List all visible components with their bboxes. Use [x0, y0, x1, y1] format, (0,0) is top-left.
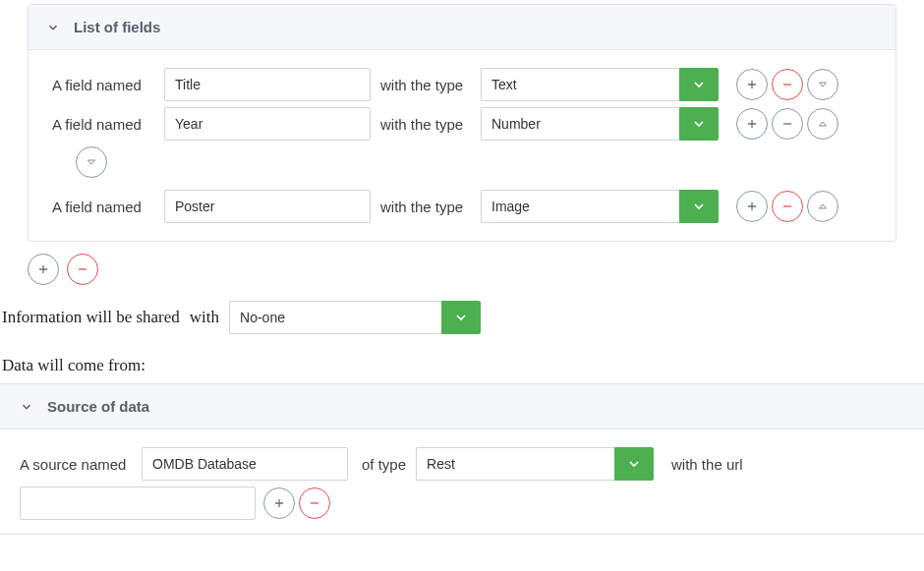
remove-field-button[interactable]	[772, 69, 803, 100]
source-named-label: A source named	[20, 456, 142, 473]
chevron-down-icon	[453, 310, 469, 325]
chevron-down-icon	[691, 199, 707, 214]
remove-field-button[interactable]	[772, 108, 803, 140]
remove-field-button[interactable]	[772, 191, 803, 222]
chevron-down-icon	[20, 400, 33, 414]
triangle-up-icon	[817, 118, 829, 130]
triangle-down-icon	[86, 156, 97, 168]
field-type-dropdown-button[interactable]	[679, 68, 719, 101]
source-url-row	[20, 486, 904, 520]
field-row: A field named with the type	[52, 190, 872, 223]
remove-panel-button[interactable]	[67, 254, 98, 285]
chevron-down-icon	[46, 21, 60, 34]
source-panel-title: Source of data	[47, 398, 149, 415]
data-from-label: Data will come from:	[2, 356, 924, 375]
add-field-button[interactable]	[736, 191, 768, 222]
share-dropdown-button[interactable]	[441, 301, 481, 334]
add-source-button[interactable]	[263, 487, 295, 519]
field-type-input[interactable]	[481, 190, 679, 223]
field-type-dropdown-button[interactable]	[679, 190, 719, 223]
field-row: A field named with the type	[52, 107, 872, 141]
move-field-down-button[interactable]	[76, 146, 107, 178]
share-prefix-label: Information will be shared	[2, 308, 180, 327]
field-named-label: A field named	[52, 199, 164, 215]
fields-panel: List of fields A field named with the ty…	[28, 4, 896, 242]
field-type-select[interactable]	[481, 107, 719, 141]
of-type-label: of type	[362, 456, 406, 473]
with-type-label: with the type	[380, 77, 473, 93]
source-name-input[interactable]	[142, 447, 348, 481]
field-type-input[interactable]	[481, 107, 679, 141]
field-name-input[interactable]	[164, 107, 371, 141]
source-panel-header[interactable]: Source of data	[0, 384, 924, 429]
plus-icon	[745, 78, 759, 91]
minus-icon	[780, 200, 794, 213]
share-input[interactable]	[229, 301, 441, 334]
fields-panel-header[interactable]: List of fields	[29, 5, 895, 50]
triangle-down-icon	[817, 79, 829, 90]
field-type-dropdown-button[interactable]	[679, 107, 719, 141]
field-type-select[interactable]	[481, 68, 719, 101]
field-name-input[interactable]	[164, 68, 371, 101]
with-type-label: with the type	[380, 199, 473, 215]
field-row: A field named with the type	[52, 68, 872, 101]
source-panel-body: A source named of type with the url	[0, 429, 924, 534]
field-row-actions	[732, 108, 838, 140]
share-select[interactable]	[229, 301, 481, 334]
chevron-down-icon	[691, 116, 707, 132]
source-url-input[interactable]	[20, 486, 256, 520]
share-with-label: with	[190, 308, 219, 327]
field-name-input[interactable]	[164, 190, 371, 223]
triangle-up-icon	[817, 200, 829, 212]
source-type-input[interactable]	[416, 447, 614, 481]
field-type-input[interactable]	[481, 68, 679, 101]
minus-icon	[308, 496, 321, 510]
source-type-select[interactable]	[416, 447, 654, 481]
chevron-down-icon	[626, 456, 642, 472]
plus-icon	[272, 496, 286, 510]
add-field-button[interactable]	[736, 69, 768, 100]
plus-icon	[36, 262, 50, 276]
field-type-select[interactable]	[481, 190, 719, 223]
fields-panel-outer-actions	[28, 254, 924, 285]
move-field-up-button[interactable]	[807, 108, 838, 140]
field-row-actions	[732, 69, 838, 100]
plus-icon	[745, 117, 759, 131]
move-field-down-button[interactable]	[807, 69, 838, 100]
source-row: A source named of type with the url	[20, 447, 904, 481]
source-panel: Source of data A source named of type wi…	[0, 383, 924, 535]
source-type-dropdown-button[interactable]	[614, 447, 654, 481]
share-row: Information will be shared with	[2, 301, 924, 334]
field-named-label: A field named	[52, 77, 164, 93]
field-move-down-standalone	[76, 146, 872, 178]
minus-icon	[780, 117, 794, 131]
remove-source-button[interactable]	[299, 487, 330, 519]
add-panel-button[interactable]	[28, 254, 59, 285]
move-field-up-button[interactable]	[807, 191, 838, 222]
field-row-actions	[732, 191, 838, 222]
field-named-label: A field named	[52, 116, 164, 133]
minus-icon	[780, 78, 794, 91]
fields-panel-title: List of fields	[74, 19, 160, 35]
with-url-label: with the url	[671, 456, 743, 473]
fields-panel-body: A field named with the type	[29, 50, 895, 241]
plus-icon	[745, 200, 759, 213]
minus-icon	[76, 262, 89, 276]
add-field-button[interactable]	[736, 108, 768, 140]
with-type-label: with the type	[380, 116, 473, 133]
chevron-down-icon	[691, 77, 707, 92]
